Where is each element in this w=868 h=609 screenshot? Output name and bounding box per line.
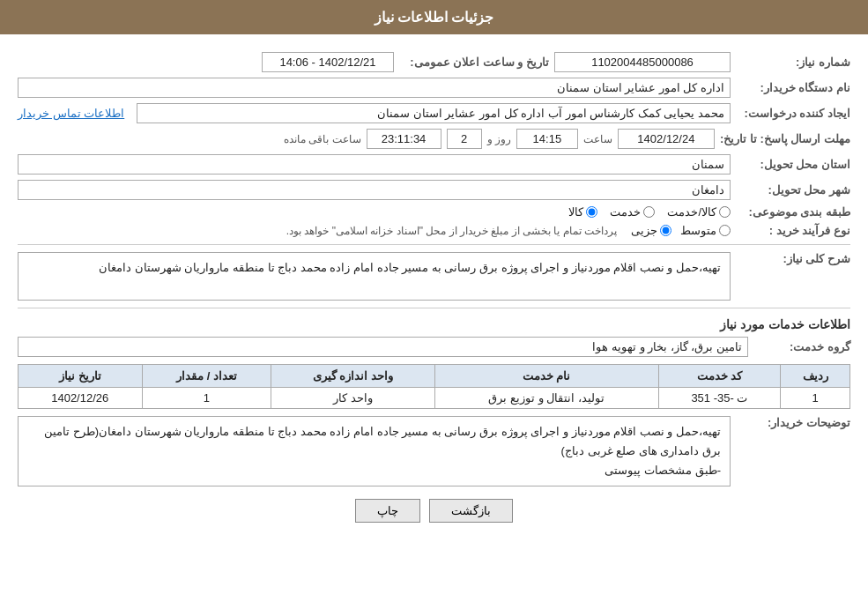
province-value: سمنان — [18, 154, 731, 175]
services-table: ردیف کد خدمت نام خدمت واحد اندازه گیری ت… — [18, 364, 850, 409]
category-khedmat[interactable]: خدمت — [610, 205, 655, 219]
deadline-date: 1402/12/24 — [618, 129, 715, 149]
back-button[interactable]: بازگشت — [429, 499, 513, 523]
general-desc-value: تهیه،حمل و نصب اقلام موردنیاز و اجرای پر… — [18, 252, 731, 301]
contact-link[interactable]: اطلاعات تماس خریدار — [18, 107, 124, 120]
services-section-title: اطلاعات خدمات مورد نیاز — [18, 317, 850, 331]
province-label: استان محل تحویل: — [736, 158, 850, 171]
general-desc-label: شرح کلی نیاز: — [736, 252, 850, 265]
service-group-value: تامین برق، گاز، بخار و تهویه هوا — [18, 337, 748, 357]
process-options: متوسط جزیی — [631, 224, 731, 237]
process-motavasset[interactable]: متوسط — [680, 224, 731, 237]
buyer-notes-line1: تهیه،حمل و نصب اقلام موردنیاز و اجرای پر… — [27, 422, 721, 461]
button-row: بازگشت چاپ — [18, 499, 850, 523]
deadline-label: مهلت ارسال پاسخ: تا تاریخ: — [720, 132, 850, 145]
category-label: طبقه بندی موضوعی: — [736, 205, 850, 219]
category-kala[interactable]: کالا — [568, 205, 597, 219]
cell-row: 1 — [781, 388, 850, 409]
announce-date-value: 1402/12/21 - 14:06 — [262, 52, 394, 72]
process-note: پرداخت تمام یا بخشی از مبلغ خریدار از مح… — [286, 225, 617, 237]
creator-value: محمد یحیایی کمک کارشناس امور آب اداره کل… — [137, 103, 731, 123]
category-options: کالا/خدمت خدمت کالا — [568, 205, 731, 219]
col-need-date: تاریخ نیاز — [19, 365, 143, 388]
category-kala-khedmat[interactable]: کالا/خدمت — [667, 205, 731, 219]
deadline-day: 2 — [447, 129, 482, 149]
need-number-label: شماره نیاز: — [736, 56, 850, 69]
buyer-notes-label: توضیحات خریدار: — [736, 416, 850, 429]
deadline-time-label: ساعت — [583, 133, 612, 145]
need-number-value: 1102004485000086 — [554, 52, 731, 72]
service-group-label: گروه خدمت: — [753, 340, 850, 353]
cell-service_code: ت -35- 351 — [658, 388, 781, 409]
deadline-time: 14:15 — [516, 129, 578, 149]
deadline-remaining-label: ساعت باقی مانده — [284, 133, 361, 145]
deadline-remaining: 23:11:34 — [367, 129, 441, 149]
buyer-notes-value: تهیه،حمل و نصب اقلام موردنیاز و اجرای پر… — [18, 416, 731, 486]
cell-need_date: 1402/12/26 — [19, 388, 143, 409]
col-quantity: تعداد / مقدار — [142, 365, 271, 388]
col-service-name: نام خدمت — [434, 365, 658, 388]
creator-label: ایجاد کننده درخواست: — [736, 107, 850, 120]
city-label: شهر محل تحویل: — [736, 183, 850, 197]
buyer-org-label: نام دستگاه خریدار: — [736, 81, 850, 94]
col-service-code: کد خدمت — [658, 365, 781, 388]
col-unit: واحد اندازه گیری — [271, 365, 434, 388]
page-title: جزئیات اطلاعات نیاز — [375, 10, 494, 25]
col-row: ردیف — [781, 365, 850, 388]
process-label: نوع فرآیند خرید : — [736, 224, 850, 237]
process-jozi[interactable]: جزیی — [631, 224, 671, 237]
buyer-org-value: اداره کل امور عشایر استان سمنان — [18, 78, 731, 98]
announce-date-label: تاریخ و ساعت اعلان عمومی: — [399, 56, 549, 69]
page-header: جزئیات اطلاعات نیاز — [0, 0, 868, 34]
cell-unit: واحد کار — [271, 388, 434, 409]
deadline-day-label: روز و — [487, 133, 511, 145]
table-row: 1ت -35- 351تولید، انتقال و توزیع برقواحد… — [19, 388, 850, 409]
buyer-notes-line2: -طبق مشخصات پیوستی — [27, 461, 721, 480]
cell-quantity: 1 — [142, 388, 271, 409]
city-value: دامغان — [18, 180, 731, 200]
cell-service_name: تولید، انتقال و توزیع برق — [434, 388, 658, 409]
print-button[interactable]: چاپ — [355, 499, 420, 523]
